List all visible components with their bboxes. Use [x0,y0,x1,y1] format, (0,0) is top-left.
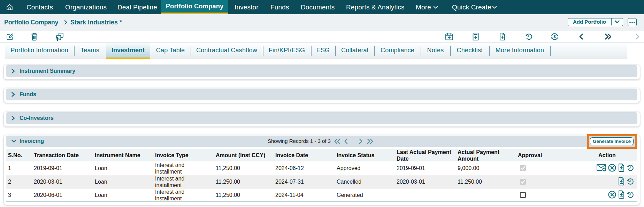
svg-text:$: $ [553,34,556,39]
